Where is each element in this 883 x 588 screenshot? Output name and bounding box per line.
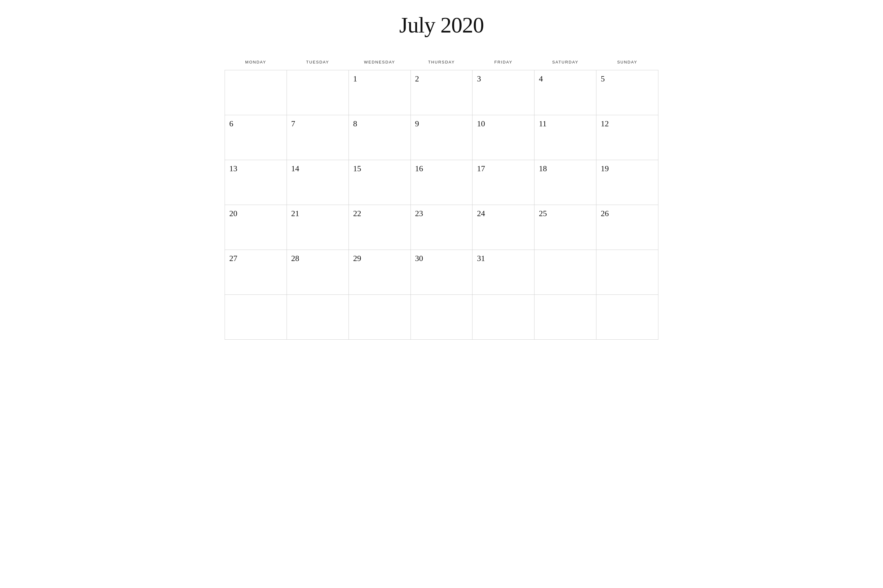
- calendar-day-10: 10: [472, 115, 534, 160]
- day-number-7: 7: [291, 119, 295, 128]
- day-number-17: 17: [477, 164, 485, 173]
- day-number-10: 10: [477, 119, 485, 128]
- day-number-20: 20: [229, 209, 237, 218]
- week-row-2: 6789101112: [225, 115, 658, 160]
- empty-cell-w5d3: [411, 295, 472, 340]
- empty-cell-w5d1: [287, 295, 349, 340]
- calendar-day-17: 17: [472, 160, 534, 205]
- day-number-23: 23: [415, 209, 423, 218]
- calendar-day-18: 18: [534, 160, 596, 205]
- day-number-28: 28: [291, 254, 299, 263]
- calendar-day-20: 20: [225, 205, 287, 250]
- calendar-day-13: 13: [225, 160, 287, 205]
- calendar-day-28: 28: [287, 250, 349, 295]
- week-row-5: 2728293031: [225, 250, 658, 295]
- day-number-14: 14: [291, 164, 299, 173]
- calendar-day-6: 6: [225, 115, 287, 160]
- day-number-21: 21: [291, 209, 299, 218]
- calendar-day-2: 2: [411, 70, 472, 115]
- day-number-4: 4: [539, 74, 543, 83]
- calendar-day-7: 7: [287, 115, 349, 160]
- calendar-grid: MONDAYTUESDAYWEDNESDAYTHURSDAYFRIDAYSATU…: [225, 57, 658, 340]
- calendar-day-1: 1: [349, 70, 411, 115]
- day-number-15: 15: [353, 164, 361, 173]
- header-sunday: SUNDAY: [596, 57, 658, 70]
- day-number-19: 19: [601, 164, 609, 173]
- day-number-6: 6: [229, 119, 233, 128]
- calendar-day-4: 4: [534, 70, 596, 115]
- week-row-3: 13141516171819: [225, 160, 658, 205]
- calendar-day-19: 19: [596, 160, 658, 205]
- calendar-day-30: 30: [411, 250, 472, 295]
- empty-cell-w5d6: [596, 295, 658, 340]
- week-row-6: [225, 295, 658, 340]
- header-thursday: THURSDAY: [411, 57, 472, 70]
- day-number-24: 24: [477, 209, 485, 218]
- day-number-18: 18: [539, 164, 547, 173]
- calendar-day-12: 12: [596, 115, 658, 160]
- calendar-day-25: 25: [534, 205, 596, 250]
- calendar-day-23: 23: [411, 205, 472, 250]
- calendar-day-8: 8: [349, 115, 411, 160]
- header-row: MONDAYTUESDAYWEDNESDAYTHURSDAYFRIDAYSATU…: [225, 57, 658, 70]
- calendar-day-5: 5: [596, 70, 658, 115]
- day-number-1: 1: [353, 74, 357, 83]
- calendar-container: MONDAYTUESDAYWEDNESDAYTHURSDAYFRIDAYSATU…: [225, 57, 658, 340]
- empty-cell-w4d6: [596, 250, 658, 295]
- calendar-title: July 2020: [399, 12, 484, 38]
- empty-cell-w5d2: [349, 295, 411, 340]
- day-number-25: 25: [539, 209, 547, 218]
- calendar-day-11: 11: [534, 115, 596, 160]
- day-number-12: 12: [601, 119, 609, 128]
- header-friday: FRIDAY: [472, 57, 534, 70]
- day-number-31: 31: [477, 254, 485, 263]
- calendar-day-15: 15: [349, 160, 411, 205]
- day-number-22: 22: [353, 209, 361, 218]
- day-number-13: 13: [229, 164, 237, 173]
- empty-cell-w4d5: [534, 250, 596, 295]
- calendar-day-3: 3: [472, 70, 534, 115]
- calendar-day-31: 31: [472, 250, 534, 295]
- day-number-11: 11: [539, 119, 546, 128]
- calendar-day-9: 9: [411, 115, 472, 160]
- day-number-5: 5: [601, 74, 605, 83]
- week-row-4: 20212223242526: [225, 205, 658, 250]
- header-tuesday: TUESDAY: [287, 57, 349, 70]
- empty-cell-w5d4: [472, 295, 534, 340]
- day-number-2: 2: [415, 74, 419, 83]
- empty-cell-w5d5: [534, 295, 596, 340]
- day-number-3: 3: [477, 74, 481, 83]
- calendar-day-22: 22: [349, 205, 411, 250]
- header-wednesday: WEDNESDAY: [349, 57, 411, 70]
- header-monday: MONDAY: [225, 57, 287, 70]
- day-number-8: 8: [353, 119, 357, 128]
- day-number-30: 30: [415, 254, 423, 263]
- empty-cell-w0d0: [225, 70, 287, 115]
- calendar-day-29: 29: [349, 250, 411, 295]
- day-number-26: 26: [601, 209, 609, 218]
- empty-cell-w0d1: [287, 70, 349, 115]
- header-saturday: SATURDAY: [534, 57, 596, 70]
- calendar-day-16: 16: [411, 160, 472, 205]
- day-number-9: 9: [415, 119, 419, 128]
- calendar-day-27: 27: [225, 250, 287, 295]
- day-number-27: 27: [229, 254, 237, 263]
- day-number-16: 16: [415, 164, 423, 173]
- calendar-day-21: 21: [287, 205, 349, 250]
- empty-cell-w5d0: [225, 295, 287, 340]
- calendar-day-14: 14: [287, 160, 349, 205]
- day-number-29: 29: [353, 254, 361, 263]
- calendar-day-24: 24: [472, 205, 534, 250]
- week-row-1: 12345: [225, 70, 658, 115]
- calendar-day-26: 26: [596, 205, 658, 250]
